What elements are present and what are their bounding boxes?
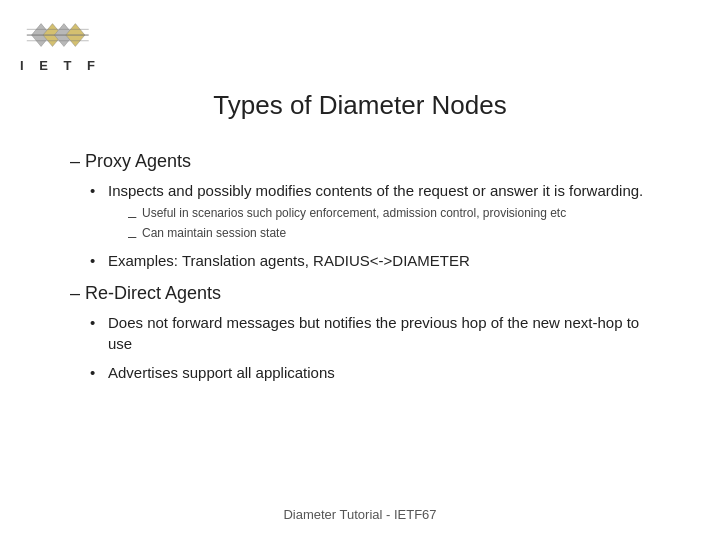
logo-text: I E T F xyxy=(20,58,101,73)
slide-content: – Proxy Agents Inspects and possibly mod… xyxy=(40,151,680,383)
list-item: Inspects and possibly modifies contents … xyxy=(90,180,660,242)
section-redirect-agents: – Re-Direct Agents Does not forward mess… xyxy=(70,283,660,383)
slide: I E T F Types of Diameter Nodes – Proxy … xyxy=(0,0,720,540)
section-proxy-agents: – Proxy Agents Inspects and possibly mod… xyxy=(70,151,660,271)
list-item: Advertises support all applications xyxy=(90,362,660,383)
proxy-agents-bullets: Inspects and possibly modifies contents … xyxy=(70,180,660,271)
section-proxy-agents-label: – Proxy Agents xyxy=(70,151,660,172)
list-item: Useful in scenarios such policy enforcem… xyxy=(128,205,660,222)
slide-title: Types of Diameter Nodes xyxy=(40,90,680,121)
logo-area: I E T F xyxy=(20,16,105,73)
redirect-agents-bullets: Does not forward messages but notifies t… xyxy=(70,312,660,383)
list-item: Does not forward messages but notifies t… xyxy=(90,312,660,354)
ietf-logo-graphic xyxy=(20,16,105,56)
list-item: Examples: Translation agents, RADIUS<->D… xyxy=(90,250,660,271)
slide-footer: Diameter Tutorial - IETF67 xyxy=(0,507,720,522)
section-redirect-agents-label: – Re-Direct Agents xyxy=(70,283,660,304)
proxy-sub-list: Useful in scenarios such policy enforcem… xyxy=(108,205,660,242)
list-item: Can maintain session state xyxy=(128,225,660,242)
